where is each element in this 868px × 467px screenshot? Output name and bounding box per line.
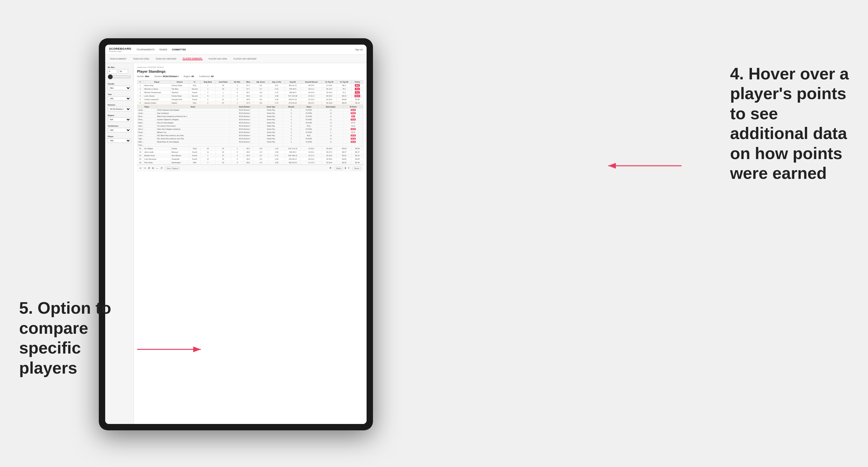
- subcell-rounds: 3: [282, 124, 300, 127]
- sub-points-badge[interactable]: 60.64: [351, 109, 355, 111]
- sidebar-no-rds-slider[interactable]: [108, 74, 131, 80]
- sub-points-badge[interactable]: 53.60: [351, 112, 355, 114]
- sidebar-year-select[interactable]: (All): [108, 96, 131, 101]
- cell-points[interactable]: 88.34: [351, 94, 363, 98]
- points-badge[interactable]: 76.2: [355, 88, 360, 90]
- subcell-status: PLAYED: [300, 137, 318, 140]
- subcell-event: UNCW Seahawk Intercollegiate: [156, 108, 230, 112]
- col-reg-rank: Reg Rank: [200, 80, 215, 84]
- download-icon[interactable]: ⬇: [344, 167, 346, 169]
- cell-avg-sg: 674-33-12: [285, 101, 301, 105]
- table-row[interactable]: 5 Christo Lamprecht Georgia Tech Fourth …: [137, 98, 363, 101]
- sign-out-button[interactable]: Sign out: [355, 49, 363, 51]
- sidebar-no-rds-label: No Rds.: [108, 66, 131, 68]
- cell-no-rds: 0: [231, 91, 244, 94]
- cell-overall: 28-12-7: [301, 101, 322, 105]
- sub-points-badge[interactable]: 16.50: [351, 128, 355, 130]
- table-row[interactable]: 1 Wenyi Ding Arizona State First 1 15 1 …: [137, 84, 363, 87]
- table-row[interactable]: 2 Michael La Sasso Ole Miss Second 1 18 …: [137, 87, 363, 91]
- subnav-player-h2h-grid[interactable]: PLAYER H2H GRID: [208, 58, 227, 60]
- cell-points[interactable]: 76.2: [351, 87, 363, 91]
- cell-yr: Second: [189, 87, 200, 91]
- cell-vs50: 68.27: [337, 151, 351, 154]
- cell-points[interactable]: 72.1: [351, 91, 363, 94]
- subcell-rounds: 3: [282, 140, 300, 144]
- undo-icon[interactable]: ↩: [140, 167, 142, 169]
- sub-points-badge[interactable]: 56.18: [351, 138, 355, 139]
- sidebar-no-rds-min[interactable]: [108, 69, 117, 74]
- col-no-rds: No Rds.: [231, 80, 244, 84]
- table-row[interactable]: 24 Bastien Amat New Mexico Fourth 1 27 2…: [137, 154, 363, 157]
- clock-icon[interactable]: ⏱: [160, 167, 163, 169]
- cell-wins: 67.1: [244, 84, 253, 87]
- dash-icon[interactable]: —: [156, 167, 158, 169]
- share-button[interactable]: Share: [352, 167, 361, 170]
- cell-school: Florida State: [170, 94, 189, 98]
- cell-yr: Fourth: [189, 154, 200, 157]
- redo-icon[interactable]: ↪: [144, 167, 146, 169]
- share-icon-btn[interactable]: ⇧: [348, 167, 350, 169]
- cell-conf-rank: 2: [215, 94, 231, 98]
- subnav-team-h2h-heatmap[interactable]: TEAM H2H HEATMAP: [155, 58, 177, 60]
- cell-points[interactable]: 98.2: [351, 84, 363, 87]
- cell-points[interactable]: 68.27: [351, 151, 363, 154]
- subcell-rank: +0: [318, 115, 343, 118]
- nav-teams[interactable]: TEAMS: [159, 49, 167, 51]
- cell-points[interactable]: 60.02: [351, 154, 363, 157]
- subnav-player-summary[interactable]: PLAYER SUMMARY: [182, 57, 203, 60]
- cell-vs25: 17-23-0: [322, 84, 337, 87]
- table-row[interactable]: 25 Cole Sherwood Vanderbilt Fourth 12 24…: [137, 157, 363, 161]
- subnav-player-h2h-heatmap[interactable]: PLAYER H2H HEATMAP: [233, 58, 257, 60]
- view-original-button[interactable]: View: Original: [165, 167, 180, 170]
- subcell-type: Stroke Play: [259, 118, 282, 121]
- sub-points-badge[interactable]: 25.30: [351, 134, 355, 136]
- cell-points[interactable]: 80.89: [351, 98, 363, 101]
- eye-icon: 👁: [329, 167, 332, 169]
- sub-table-row: Jake I ... The Cypress Point Classic NCA…: [138, 124, 363, 127]
- copy-icon[interactable]: ⧉: [152, 167, 154, 170]
- cell-vs50: 68.49: [337, 161, 351, 164]
- cell-points[interactable]: 68.58: [351, 147, 363, 151]
- cell-overall: 24-31-3: [301, 94, 322, 98]
- subcell-status: PLAYED: [300, 131, 318, 134]
- standings-table: # Player School Yr Reg Rank Conf Rank No…: [137, 80, 363, 164]
- sidebar-no-rds-max[interactable]: [119, 69, 128, 74]
- cell-adj-score: -2.7: [253, 87, 269, 91]
- table-row[interactable]: 26 Petr Hruby Washington Fifth 7 23 0 68…: [137, 161, 363, 164]
- table-row[interactable]: 22 Ian Gilligan Florida Third 10 24 1 68…: [137, 147, 363, 151]
- filter-icon[interactable]: ⚙: [148, 167, 150, 169]
- table-row[interactable]: 23 Jack Lundin Missouri Fourth 11 24 0 6…: [137, 151, 363, 154]
- sidebar-conference-select[interactable]: (All): [108, 128, 131, 132]
- subcell-status: PLAYED: [300, 112, 318, 115]
- bottom-bar: ↩ ↪ ⚙ ⧉ — ⏱ View: Original 👁 Watch ⬇ ⇧ S…: [137, 164, 363, 172]
- cell-points[interactable]: 69.95: [351, 157, 363, 161]
- nav-tournaments[interactable]: TOURNAMENTS: [136, 49, 155, 51]
- sidebar-division-select[interactable]: NCAA Division I: [108, 107, 131, 111]
- points-badge[interactable]: 88.34: [354, 95, 361, 97]
- sidebar-player-select[interactable]: (All): [108, 138, 131, 143]
- subnav-team-summary[interactable]: TEAM SUMMARY: [109, 58, 127, 60]
- cell-wins: 68.5: [244, 151, 253, 154]
- subcell-rank: +1: [318, 118, 343, 121]
- table-row[interactable]: 4 Luke Clanton Florida State Second 5 2 …: [137, 94, 363, 98]
- points-badge[interactable]: 72.1: [355, 91, 360, 94]
- sidebar-region-select[interactable]: N/A: [108, 117, 131, 122]
- subnav-team-h2h-grid[interactable]: TEAM H2H GRID: [132, 58, 150, 60]
- table-row[interactable]: 3 Michael Thorbjornsen Stanford Fourth 1…: [137, 91, 363, 94]
- points-badge[interactable]: 98.2: [355, 84, 360, 87]
- cell-reg-rank: 5: [200, 94, 215, 98]
- cell-points[interactable]: 68.49: [351, 161, 363, 164]
- watch-button[interactable]: Watch: [334, 167, 343, 170]
- nav-committee[interactable]: COMMITTEE: [172, 49, 186, 51]
- cell-avg-sg: 562-02-23: [285, 161, 301, 164]
- sub-points-badge[interactable]: 46.7: [351, 115, 355, 117]
- table-row[interactable]: 6 Jackson Kolton Auburn First 2 27 1 87.…: [137, 101, 363, 105]
- subcell-division: NCAA Division I: [230, 140, 259, 144]
- cell-points[interactable]: 68.18: [351, 101, 363, 105]
- col-avg-par: Avg. to Par: [269, 80, 285, 84]
- cell-conf-rank: 27: [215, 154, 231, 157]
- cell-vs50: 60.02: [337, 154, 351, 157]
- sidebar-gender-select[interactable]: Men: [108, 86, 131, 90]
- sub-points-badge[interactable]: 73.23: [351, 119, 355, 121]
- sub-points-badge[interactable]: 66.40: [351, 141, 355, 143]
